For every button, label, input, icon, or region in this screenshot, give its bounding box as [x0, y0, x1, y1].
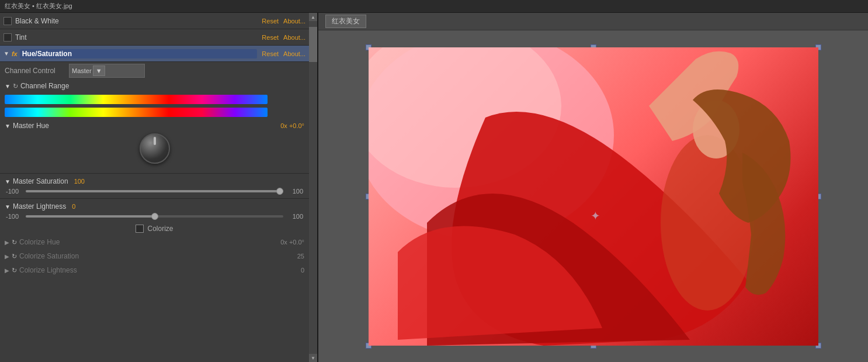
channel-range-cycle-icon: ↻ — [13, 82, 18, 90]
gradient-bar-1 — [5, 95, 268, 104]
tint-reset[interactable]: Reset — [262, 34, 279, 41]
master-saturation-header: ▼ Master Saturation 100 — [5, 177, 304, 185]
main-layout: Black & White Reset About... Tint Reset … — [0, 13, 868, 362]
scroll-down-btn[interactable]: ▼ — [309, 354, 317, 362]
master-hue-section: ▼ Master Hue 0x +0.0° — [0, 119, 309, 172]
tint-label: Tint — [15, 33, 257, 42]
canvas-title-text: 红衣美女 — [325, 15, 366, 28]
canvas-title-bar: 红衣美女 — [318, 13, 868, 30]
colorize-sat-label: Colorize Saturation — [19, 252, 79, 260]
effects-list: Black & White Reset About... Tint Reset … — [0, 13, 309, 277]
hue-sat-collapse-arrow[interactable]: ▼ — [4, 50, 9, 57]
master-lightness-fill — [26, 215, 155, 218]
colorize-sat-cycle: ↻ — [12, 253, 17, 260]
colorize-sat-item: ▶ ↻ Colorize Saturation 25 — [0, 249, 309, 263]
image-svg: ✦ — [369, 47, 818, 346]
colorize-light-item: ▶ ↻ Colorize Lightness 0 — [0, 263, 309, 277]
master-sat-arrow[interactable]: ▼ — [5, 178, 11, 185]
master-lightness-thumb[interactable] — [151, 213, 158, 220]
divider-2 — [0, 198, 309, 199]
gradient-bar-2 — [5, 108, 268, 117]
title-text: 红衣美女 • 红衣美女.jpg — [5, 2, 72, 9]
right-panel: 红衣美女 — [318, 13, 868, 362]
tint-row: Tint Reset About... — [0, 29, 309, 46]
colorize-hue-arrow[interactable]: ▶ — [5, 239, 9, 246]
channel-range-header: ▼ ↻ Channel Range — [0, 80, 309, 92]
tint-about[interactable]: About... — [283, 34, 305, 41]
master-saturation-thumb[interactable] — [276, 188, 283, 195]
colorize-sat-arrow[interactable]: ▶ — [5, 253, 9, 260]
master-lightness-slider-container: -100 100 — [5, 213, 304, 220]
hue-sat-reset[interactable]: Reset — [262, 50, 279, 57]
master-light-arrow[interactable]: ▼ — [5, 204, 11, 210]
master-hue-value: 0x +0.0° — [280, 122, 304, 129]
master-light-max: 100 — [287, 213, 303, 220]
hue-saturation-row: ▼ fx Hue/Saturation Reset About... — [0, 46, 309, 62]
canvas-area[interactable]: ✦ — [318, 30, 868, 362]
master-lightness-label: Master Lightness — [13, 202, 66, 211]
channel-control-arrow[interactable]: ▼ — [93, 65, 105, 76]
colorize-hue-item: ▶ ↻ Colorize Hue 0x +0.0° — [0, 235, 309, 249]
master-saturation-fill — [26, 190, 283, 192]
panel-scrollbar: ▲ ▼ — [309, 13, 317, 362]
master-saturation-slider-container: -100 100 — [5, 188, 304, 195]
fx-badge: fx — [12, 50, 18, 57]
colorize-light-label: Colorize Lightness — [19, 266, 77, 274]
master-saturation-section: ▼ Master Saturation 100 -100 100 — [0, 175, 309, 197]
colorize-light-cycle: ↻ — [12, 267, 17, 274]
colorize-hue-cycle: ↻ — [12, 239, 17, 246]
gradient-bar-2-container — [0, 106, 309, 118]
colorize-hue-value: 0x +0.0° — [280, 239, 304, 246]
left-panel: Black & White Reset About... Tint Reset … — [0, 13, 318, 362]
master-lightness-value: 0 — [72, 203, 75, 210]
black-white-label: Black & White — [15, 17, 257, 25]
colorize-checkbox[interactable] — [136, 225, 144, 233]
master-hue-label: Master Hue — [13, 122, 49, 130]
colorize-light-arrow[interactable]: ▶ — [5, 267, 9, 274]
scroll-thumb[interactable] — [309, 27, 317, 62]
scroll-up-btn[interactable]: ▲ — [309, 13, 317, 21]
image-frame[interactable]: ✦ — [369, 47, 818, 346]
colorize-light-value: 0 — [301, 267, 304, 274]
dropdown-arrow-icon: ▼ — [96, 67, 102, 74]
title-bar: 红衣美女 • 红衣美女.jpg — [0, 0, 868, 13]
scroll-track[interactable] — [309, 21, 317, 354]
channel-range-label: Channel Range — [20, 82, 69, 90]
master-sat-max: 100 — [287, 188, 303, 195]
channel-control-value: Master — [72, 67, 92, 74]
master-lightness-header: ▼ Master Lightness 0 — [5, 202, 304, 211]
colorize-label: Colorize — [147, 225, 173, 233]
master-saturation-value: 100 — [74, 178, 85, 185]
master-hue-arrow[interactable]: ▼ — [5, 123, 11, 129]
master-sat-min: -100 — [6, 188, 22, 195]
hue-saturation-label: Hue/Saturation — [20, 49, 258, 58]
colorize-row: Colorize — [0, 222, 309, 235]
colorize-hue-label: Colorize Hue — [19, 238, 60, 246]
image-display: ✦ — [369, 47, 818, 346]
master-hue-header: ▼ Master Hue 0x +0.0° — [5, 122, 304, 130]
master-saturation-track[interactable] — [26, 190, 283, 192]
svg-text:✦: ✦ — [591, 209, 600, 222]
black-white-row: Black & White Reset About... — [0, 13, 309, 29]
divider-1 — [0, 173, 309, 174]
black-white-checkbox[interactable] — [4, 17, 12, 25]
master-hue-knob-container — [5, 133, 304, 164]
black-white-reset[interactable]: Reset — [262, 18, 279, 25]
channel-control-row: Channel Control Master ▼ — [0, 62, 309, 80]
channel-control-label: Channel Control — [5, 67, 69, 75]
black-white-about[interactable]: About... — [283, 18, 305, 25]
master-lightness-track[interactable] — [26, 215, 283, 218]
master-light-min: -100 — [6, 213, 22, 220]
gradient-bar-1-container — [0, 94, 309, 105]
master-saturation-label: Master Saturation — [13, 177, 68, 185]
master-lightness-section: ▼ Master Lightness 0 -100 100 — [0, 200, 309, 222]
channel-control-dropdown[interactable]: Master ▼ — [69, 64, 145, 78]
channel-range-arrow[interactable]: ▼ — [5, 83, 11, 89]
tint-checkbox[interactable] — [4, 33, 12, 42]
colorize-sat-value: 25 — [297, 253, 304, 260]
master-hue-knob[interactable] — [140, 133, 170, 164]
hue-sat-about[interactable]: About... — [283, 50, 305, 57]
